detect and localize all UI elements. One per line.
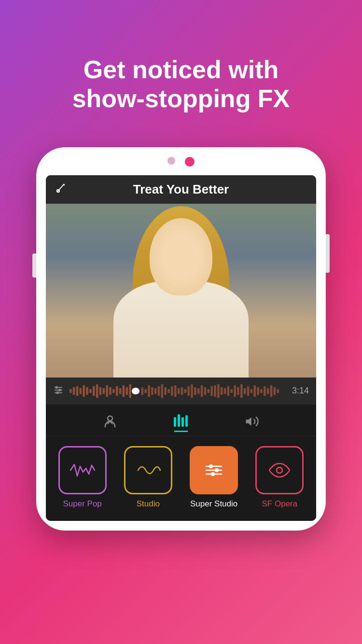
svg-rect-69 [274,387,276,395]
svg-rect-65 [260,389,263,393]
svg-point-5 [56,386,58,388]
page-indicator [46,157,316,167]
svg-rect-74 [174,417,176,427]
dot-1[interactable] [167,157,175,165]
svg-rect-59 [240,384,243,398]
fx-studio-label: Studio [137,499,160,509]
fx-super-studio[interactable]: Super Studio [185,446,243,509]
svg-rect-77 [185,415,188,427]
svg-rect-45 [194,387,196,395]
svg-rect-61 [247,386,250,396]
svg-rect-17 [99,387,102,395]
svg-rect-29 [141,387,143,395]
app-title: Treat You Better [73,182,289,197]
svg-rect-44 [191,384,193,398]
svg-rect-13 [86,387,88,395]
waveform-track[interactable] [70,382,279,400]
svg-rect-10 [76,386,79,396]
svg-rect-20 [109,387,111,395]
video-preview [46,204,316,378]
eq-sliders-icon[interactable] [53,385,64,397]
svg-point-85 [211,472,215,476]
svg-rect-30 [144,389,147,393]
svg-rect-22 [116,386,118,396]
fx-sf-opera-box[interactable] [255,446,304,494]
svg-rect-54 [224,388,226,394]
svg-rect-68 [270,385,273,397]
svg-point-83 [209,464,213,468]
svg-rect-76 [181,417,184,427]
eq-bars-control[interactable] [173,413,189,432]
video-body-bg [113,281,249,378]
svg-rect-75 [178,414,180,427]
header-line2: show-stopping FX [72,84,290,112]
svg-rect-43 [187,386,190,396]
svg-rect-42 [184,389,187,393]
fx-super-pop-label: Super Pop [63,499,101,509]
svg-rect-50 [210,386,213,396]
fx-sf-opera[interactable]: SF Opera [251,446,309,509]
svg-rect-53 [221,387,223,395]
svg-rect-33 [154,388,157,394]
fx-studio[interactable]: Studio [119,446,177,509]
svg-rect-38 [171,386,173,396]
svg-point-84 [215,468,219,472]
svg-rect-49 [208,389,210,393]
volume-control[interactable] [245,414,259,431]
svg-line-0 [58,184,64,192]
svg-rect-57 [234,385,236,397]
svg-rect-63 [253,385,256,397]
svg-rect-35 [161,384,164,398]
svg-rect-12 [83,385,85,397]
svg-rect-55 [227,386,230,396]
svg-rect-34 [158,386,160,396]
svg-rect-41 [181,387,183,395]
svg-rect-48 [204,387,207,395]
fx-grid: Super Pop Studio [46,436,316,521]
svg-rect-47 [201,385,203,397]
controls-bar [46,405,316,436]
fx-super-studio-box[interactable] [190,446,238,494]
app-screen: Treat You Better [46,175,316,521]
video-face-bg [150,218,212,295]
svg-rect-46 [197,388,200,394]
svg-rect-14 [89,389,92,393]
header: Get noticed with show-stopping FX [14,0,348,142]
header-line1: Get noticed with [84,56,278,84]
svg-rect-51 [214,385,216,397]
titlebar: Treat You Better [46,175,316,204]
svg-rect-26 [129,384,131,398]
fx-super-pop[interactable]: Super Pop [53,446,111,509]
time-display: 3:14 [285,386,309,396]
fx-sf-opera-label: SF Opera [262,499,298,509]
svg-rect-67 [267,388,269,394]
svg-point-28 [132,388,139,394]
person-control[interactable] [103,414,117,431]
svg-rect-11 [80,388,82,394]
svg-rect-8 [70,389,72,393]
svg-rect-32 [151,387,153,395]
fx-studio-box[interactable] [124,446,172,494]
svg-rect-70 [277,389,279,393]
fx-super-studio-label: Super Studio [190,499,237,509]
svg-point-86 [277,467,282,473]
waveform-bar: 3:14 [46,378,316,405]
svg-rect-31 [148,385,150,397]
svg-rect-23 [119,388,122,394]
fx-super-pop-box[interactable] [58,446,107,494]
svg-rect-18 [103,388,105,394]
svg-point-6 [59,389,61,391]
svg-rect-40 [178,388,180,394]
dot-2[interactable] [185,157,195,167]
svg-rect-9 [73,387,75,395]
svg-rect-19 [106,385,108,397]
svg-rect-24 [123,385,125,397]
svg-rect-62 [251,389,253,393]
svg-rect-39 [174,385,177,397]
svg-point-7 [56,392,58,393]
phone-side-button-left [32,253,36,278]
svg-rect-56 [230,389,233,393]
phone-frame: Treat You Better [36,147,326,531]
svg-rect-25 [125,387,128,395]
svg-rect-52 [217,384,220,398]
